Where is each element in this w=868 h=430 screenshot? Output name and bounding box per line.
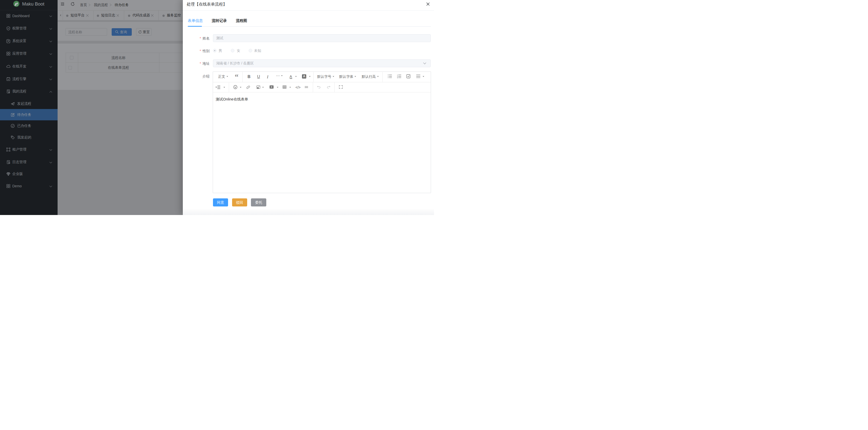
svg-text:3: 3 — [397, 77, 398, 78]
